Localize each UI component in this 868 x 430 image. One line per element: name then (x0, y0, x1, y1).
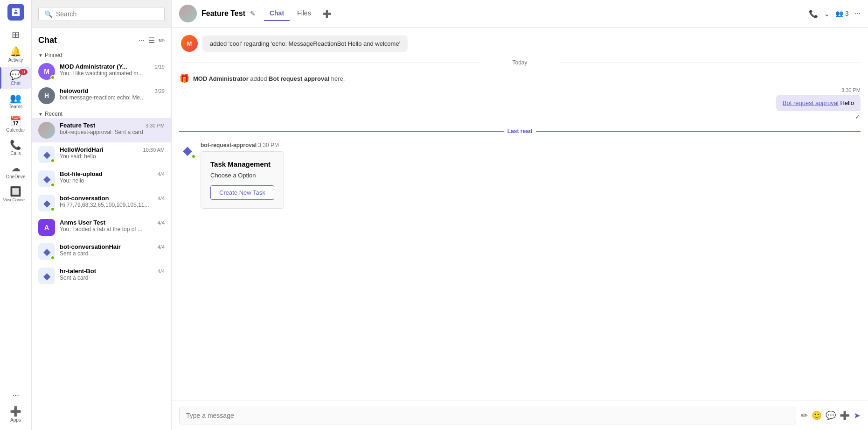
pinned-label: Pinned (45, 52, 62, 58)
list-item[interactable]: ◆ bot-conversation 4/4 Hi 77,79,68,32,65… (32, 191, 171, 215)
teams-logo[interactable] (7, 4, 24, 21)
gift-icon: 🎁 (179, 73, 189, 84)
rail-item-chat[interactable]: 💬 Chat 11 (0, 67, 31, 89)
system-text: MOD Administrator added Bot request appr… (193, 75, 345, 82)
rail-more-dots[interactable]: ··· (12, 390, 19, 400)
card-title: Task Management (210, 160, 274, 168)
list-item[interactable]: ◆ bot-conversationHair 4/4 Sent a card (32, 240, 171, 264)
filter-icon[interactable]: ☰ (148, 36, 155, 45)
rail-item-viva[interactable]: 🔲 Viva Conne... (0, 184, 31, 205)
more-options-icon[interactable]: ··· (139, 36, 145, 45)
bot-link[interactable]: Bot request approval (783, 99, 839, 106)
tab-chat[interactable]: Chat (264, 7, 290, 21)
chat-preview: You: hello (60, 177, 165, 184)
chat-info: Anms User Test 4/4 You: I added a tab at… (60, 219, 165, 233)
rail-item-activity[interactable]: 🔔 Activity (0, 44, 31, 65)
emoji-icon[interactable]: 🙂 (812, 410, 822, 421)
chat-time: 1/19 (155, 64, 165, 70)
recent-section-label[interactable]: ▼ Recent (32, 108, 171, 118)
message-toolbar: ✏ 🙂 💬 ➕ ➤ (801, 410, 861, 421)
calls-icon: 📞 (10, 140, 21, 149)
bot-card-message: ◆ bot-request-approval 3:30 PM Task Mana… (179, 142, 861, 209)
chat-name: bot-conversation (60, 195, 109, 202)
compose-icon[interactable]: ✏ (159, 36, 165, 45)
search-input[interactable] (56, 10, 159, 18)
participants-badge[interactable]: 👥 3 (835, 10, 849, 17)
bot-avatar: ◆ (38, 170, 55, 187)
chat-time: 4/4 (158, 268, 165, 274)
activity-label: Activity (8, 57, 23, 63)
list-item[interactable]: H heloworld 3/29 bot-message-reaction: e… (32, 84, 171, 108)
chat-name: HelloWorldHari (60, 146, 104, 153)
online-indicator (191, 154, 196, 159)
participants-count: 3 (845, 10, 849, 17)
rail-item-teams[interactable]: 👥 Teams (0, 91, 31, 112)
pinned-section-label[interactable]: ▼ Pinned (32, 49, 171, 59)
chat-name: Feature Test (60, 122, 95, 129)
chat-info: Feature Test 3:30 PM bot-request-approva… (60, 122, 165, 135)
create-new-task-button[interactable]: Create New Task (210, 185, 274, 200)
more-options-icon[interactable]: ··· (854, 9, 861, 18)
list-item[interactable]: Feature Test 3:30 PM bot-request-approva… (32, 118, 171, 142)
list-item[interactable]: ◆ hr-talent-Bot 4/4 Sent a card (32, 264, 171, 288)
edit-icon[interactable]: ✎ (250, 10, 256, 17)
bot-avatar: ◆ (38, 268, 55, 284)
chat-info: heloworld 3/29 bot-message-reaction: ech… (60, 87, 165, 101)
rail-item-onedrive[interactable]: ☁ OneDrive (0, 161, 31, 182)
format-icon[interactable]: ✏ (801, 410, 808, 421)
list-item[interactable]: M MOD Administrator (Y... 1/19 You: I li… (32, 59, 171, 84)
chevron-down-icon[interactable]: ⌄ (824, 9, 830, 18)
last-read-divider: Last read (179, 124, 861, 138)
chat-header-avatar (179, 5, 197, 22)
bot-avatar: ◆ (38, 195, 55, 211)
list-item[interactable]: A Anms User Test 4/4 You: I added a tab … (32, 215, 171, 240)
chat-time: 4/4 (158, 220, 165, 226)
rail-item-grid[interactable]: ⊞ (0, 27, 31, 42)
message-input[interactable] (179, 407, 796, 424)
call-icon[interactable]: 📞 (809, 9, 818, 18)
topbar: 🔍 (32, 0, 171, 28)
participants-icon: 👥 (835, 10, 843, 17)
chat-info: HelloWorldHari 10:30 AM You said: hello (60, 146, 165, 160)
search-box[interactable]: 🔍 (38, 7, 165, 21)
system-message: 🎁 MOD Administrator added Bot request ap… (179, 73, 861, 84)
outgoing-message: 3:30 PM Bot request approval Hello ✓ (179, 87, 861, 120)
calendar-label: Calendar (6, 127, 25, 133)
online-indicator (50, 183, 55, 187)
chat-label: Chat (11, 81, 21, 86)
message-input-area: ✏ 🙂 💬 ➕ ➤ (172, 401, 868, 430)
chat-info: MOD Administrator (Y... 1/19 You: I like… (60, 63, 165, 77)
attach-icon[interactable]: ➕ (840, 410, 850, 421)
send-icon[interactable]: ➤ (854, 410, 861, 421)
avatar (38, 122, 55, 139)
pinned-chevron: ▼ (38, 53, 43, 58)
chat-time: 10:30 AM (143, 147, 165, 153)
online-indicator (50, 207, 55, 211)
add-tab-button[interactable]: ➕ (319, 7, 335, 21)
rail-item-calendar[interactable]: 📅 Calendar (0, 114, 31, 135)
chat-info: bot-conversation 4/4 Hi 77,79,68,32,65,1… (60, 195, 165, 208)
card-subtitle: Choose a Option (210, 172, 274, 179)
reaction-message: added 'cool' regarding 'echo: MessageRea… (202, 35, 408, 52)
chat-preview: You said: hello (60, 153, 165, 160)
chat-info: Bot-file-upload 4/4 You: hello (60, 170, 165, 184)
online-indicator (50, 75, 55, 80)
tab-files[interactable]: Files (292, 7, 317, 21)
online-indicator (50, 158, 55, 163)
viva-icon: 🔲 (10, 187, 21, 196)
sticker-icon[interactable]: 💬 (826, 410, 836, 421)
bot-avatar: ◆ (38, 146, 55, 163)
chat-preview: You: I added a tab at the top of ... (60, 226, 165, 233)
apps-icon: ➕ (10, 407, 21, 416)
bell-icon: 🔔 (10, 47, 21, 56)
list-item[interactable]: ◆ HelloWorldHari 10:30 AM You said: hell… (32, 142, 171, 167)
rail-item-calls[interactable]: 📞 Calls (0, 137, 31, 159)
sidebar: 🔍 Chat ··· ☰ ✏ ▼ Pinned M MOD Administra… (32, 0, 172, 430)
chat-info: hr-talent-Bot 4/4 Sent a card (60, 268, 165, 281)
calls-label: Calls (10, 151, 21, 156)
chat-header-right: 📞 ⌄ 👥 3 ··· (809, 9, 861, 18)
date-text: Today (512, 59, 527, 66)
rail-item-apps[interactable]: ➕ Apps (0, 404, 31, 425)
list-item[interactable]: ◆ Bot-file-upload 4/4 You: hello (32, 167, 171, 191)
grid-icon: ⊞ (12, 30, 20, 39)
